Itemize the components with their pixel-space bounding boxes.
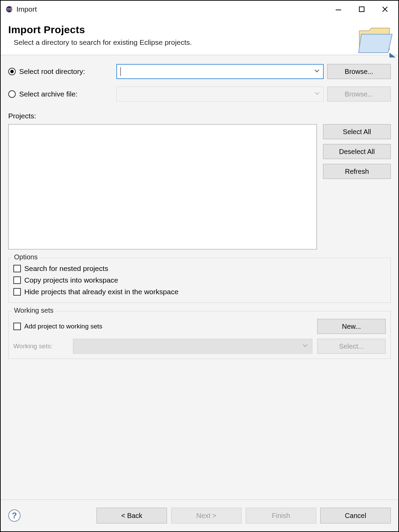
add-working-set-checkbox[interactable] — [13, 323, 21, 330]
copy-workspace-checkbox[interactable] — [13, 276, 21, 284]
import-folder-icon — [355, 21, 396, 58]
minimize-button[interactable] — [327, 2, 350, 16]
banner-heading: Import Projects — [8, 24, 391, 36]
next-button: Next > — [171, 508, 242, 523]
working-sets-combo — [73, 339, 312, 354]
root-directory-label: Select root directory: — [19, 67, 113, 76]
back-button[interactable]: < Back — [96, 508, 167, 523]
search-nested-checkbox[interactable] — [13, 265, 21, 272]
browse-root-button[interactable]: Browse... — [327, 64, 391, 79]
browse-archive-button: Browse... — [327, 87, 391, 102]
copy-workspace-label: Copy projects into workspace — [24, 276, 118, 284]
banner-description: Select a directory to search for existin… — [14, 38, 391, 47]
working-sets-select-row: Working sets: Select... — [13, 339, 386, 354]
svg-point-0 — [6, 6, 12, 12]
svg-rect-2 — [359, 7, 364, 12]
wizard-banner: Import Projects Select a directory to se… — [1, 18, 398, 55]
add-working-set-row: Add project to working sets New... — [13, 316, 386, 339]
refresh-button[interactable]: Refresh — [323, 164, 391, 179]
root-directory-row: Select root directory: Browse... — [8, 64, 391, 79]
hide-existing-checkbox[interactable] — [13, 288, 21, 296]
options-group: Options Search for nested projects Copy … — [8, 258, 391, 303]
help-icon: ? — [12, 511, 17, 520]
options-group-title: Options — [12, 253, 40, 261]
maximize-button[interactable] — [350, 2, 373, 16]
hide-existing-row: Hide projects that already exist in the … — [13, 286, 386, 298]
titlebar: Import — [1, 1, 398, 18]
projects-side-buttons: Select All Deselect All Refresh — [323, 124, 391, 249]
new-working-set-button[interactable]: New... — [317, 319, 386, 334]
close-button[interactable] — [374, 2, 396, 16]
chevron-down-icon — [303, 342, 308, 350]
working-sets-group-title: Working sets — [12, 307, 55, 314]
hide-existing-label: Hide projects that already exist in the … — [24, 288, 179, 296]
eclipse-icon — [5, 5, 13, 13]
select-all-button[interactable]: Select All — [323, 124, 391, 139]
search-nested-label: Search for nested projects — [24, 264, 108, 273]
wizard-footer: ? < Back Next > Finish Cancel — [1, 500, 398, 531]
select-working-set-button: Select... — [317, 339, 386, 354]
working-sets-group: Working sets Add project to working sets… — [8, 311, 391, 359]
import-wizard-window: Import Import Projects Select a director… — [0, 0, 399, 532]
chevron-down-icon — [314, 90, 320, 98]
add-working-set-label: Add project to working sets — [24, 323, 102, 330]
finish-button: Finish — [246, 508, 316, 523]
wizard-body: Select root directory: Browse... Select … — [1, 55, 398, 500]
archive-file-radio[interactable] — [8, 90, 16, 98]
cancel-button[interactable]: Cancel — [320, 508, 391, 523]
chevron-down-icon — [314, 68, 320, 75]
projects-list[interactable] — [8, 124, 317, 249]
root-directory-combo[interactable] — [116, 64, 324, 79]
projects-label: Projects: — [8, 112, 391, 120]
working-sets-label: Working sets: — [13, 342, 68, 350]
copy-workspace-row: Copy projects into workspace — [13, 274, 386, 286]
deselect-all-button[interactable]: Deselect All — [323, 144, 391, 159]
root-directory-radio[interactable] — [8, 68, 16, 75]
archive-file-row: Select archive file: Browse... — [8, 87, 391, 102]
search-nested-row: Search for nested projects — [13, 263, 386, 274]
archive-file-combo — [116, 87, 324, 102]
window-title: Import — [16, 5, 37, 13]
projects-row: Select All Deselect All Refresh — [8, 124, 391, 249]
archive-file-label: Select archive file: — [19, 90, 113, 98]
help-button[interactable]: ? — [8, 509, 21, 522]
